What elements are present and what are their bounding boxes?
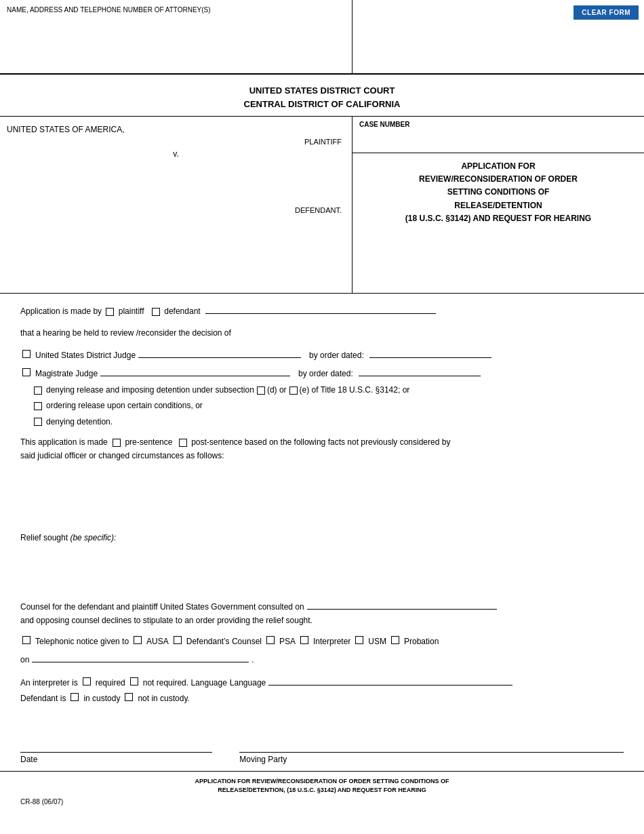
notice-section: Telephonic notice given to AUSA Defendan… [20, 635, 624, 668]
e-checkbox[interactable] [289, 386, 298, 395]
date-line [20, 732, 212, 753]
relief-section: Relief sought (be specific): [20, 531, 624, 544]
court-title-section: UNITED STATES DISTRICT COURT CENTRAL DIS… [0, 75, 644, 117]
app-title-line5: (18 U.S.C. §3142) AND REQUEST FOR HEARIN… [359, 212, 637, 225]
moving-party-label: Moving Party [239, 755, 624, 764]
app-title-line2: REVIEW/RECONSIDERATION OF ORDER [359, 173, 637, 186]
application-made-by-text: Application is made by [20, 306, 102, 316]
footer-line2: RELEASE/DETENTION, (18 U.S.C. §3142) AND… [20, 786, 624, 795]
probation-checkbox[interactable] [391, 636, 399, 644]
application-made-section: This application is made pre-sentence po… [20, 435, 624, 463]
counsel-consulted-field[interactable] [307, 599, 497, 610]
post-sentence-checkbox[interactable] [179, 439, 187, 447]
plaintiff-checkbox[interactable] [106, 308, 114, 316]
district-judge-order-date[interactable] [369, 347, 491, 358]
defendant-name-field[interactable] [205, 303, 436, 314]
magistrate-judge-order-date[interactable] [359, 365, 481, 376]
counsel-section: Counsel for the defendant and plaintiff … [20, 599, 624, 628]
magistrate-judge-row: Magistrate Judge by order dated: [20, 365, 624, 378]
footer-content: APPLICATION FOR REVIEW/RECONSIDERATION O… [0, 771, 644, 797]
app-title-box: APPLICATION FOR REVIEW/RECONSIDERATION O… [353, 153, 644, 232]
application-made-by-section: Application is made by plaintiff defenda… [20, 303, 624, 319]
magistrate-judge-checkbox[interactable] [22, 368, 31, 376]
district-judge-label: United States District Judge [35, 351, 136, 360]
relief-be-specific: (be specific): [70, 533, 116, 542]
ordering-release-checkbox[interactable] [34, 402, 42, 410]
psa-checkbox[interactable] [266, 636, 275, 644]
required-checkbox[interactable] [83, 677, 91, 686]
magistrate-judge-label: Magistrate Judge [35, 369, 98, 378]
psa-label: PSA [279, 635, 296, 650]
denying-release-text: denying release and imposing detention u… [46, 384, 254, 397]
form-number: CR-88 (06/07) [0, 797, 644, 807]
opposing-counsel-text: and opposing counsel declines to stipula… [20, 614, 624, 627]
in-custody-label: in custody [83, 692, 120, 707]
denying-detention-item: denying detention. [20, 416, 624, 429]
moving-party-line [239, 732, 624, 753]
magistrate-judge-field[interactable] [100, 365, 290, 376]
case-number-text: CASE NUMBER [359, 121, 409, 128]
interpreter-notice-checkbox[interactable] [300, 636, 308, 644]
required-label: required [96, 676, 125, 691]
plaintiff-name: UNITED STATES OF AMERICA, [7, 125, 345, 134]
d-checkbox[interactable] [257, 386, 265, 395]
period-label: . [251, 653, 254, 668]
telephonic-notice-checkbox[interactable] [22, 636, 31, 644]
defendant-label: DEFENDANT. [7, 206, 345, 214]
district-judge-checkbox[interactable] [22, 350, 31, 358]
case-info-right: CASE NUMBER APPLICATION FOR REVIEW/RECON… [353, 117, 644, 293]
defendant-checkbox-label: defendant [164, 306, 200, 316]
attorney-info-box: NAME, ADDRESS AND TELEPHONE NUMBER OF AT… [0, 0, 353, 73]
district-judge-field[interactable] [138, 347, 301, 358]
ordering-release-item: ordering release upon certain conditions… [20, 399, 624, 412]
not-required-label: not required. Language [143, 676, 227, 691]
defendant-is-text: Defendant is [20, 692, 66, 707]
plaintiff-checkbox-label: plaintiff [119, 306, 144, 316]
court-title-line1: UNITED STATES DISTRICT COURT [7, 84, 637, 98]
interpreter-is-text: An interpreter is [20, 676, 78, 691]
interpreter-section: An interpreter is required not required.… [20, 675, 624, 707]
v-label: v. [7, 149, 345, 159]
interpreter-label: Interpreter [313, 635, 350, 650]
denying-release-item: denying release and imposing detention u… [20, 384, 624, 397]
hearing-held-line: that a hearing be held to review /recons… [20, 326, 624, 341]
app-title-line4: RELEASE/DETENTION [359, 199, 637, 212]
moving-party-block: Moving Party [239, 732, 624, 764]
defendants-counsel-checkbox[interactable] [174, 636, 182, 644]
date-label: Date [20, 755, 212, 764]
in-custody-checkbox[interactable] [71, 693, 79, 701]
e-label: (e) of Title 18 U.S.C. §3142; or [300, 384, 410, 397]
telephonic-notice-label: Telephonic notice given to [35, 635, 129, 650]
not-in-custody-checkbox[interactable] [125, 693, 133, 701]
relief-sought-text: Relief sought [20, 533, 68, 542]
attorney-label: NAME, ADDRESS AND TELEPHONE NUMBER OF AT… [7, 6, 211, 14]
judicial-officer-text: said judicial officer or changed circums… [20, 451, 224, 460]
denying-detention-text: denying detention. [46, 416, 113, 429]
notice-on-field[interactable] [32, 652, 249, 662]
counsel-text: Counsel for the defendant and plaintiff … [20, 600, 304, 614]
pre-sentence-checkbox[interactable] [113, 439, 121, 447]
ordering-release-text: ordering release upon certain conditions… [46, 399, 203, 412]
main-content: Application is made by plaintiff defenda… [0, 294, 644, 726]
not-required-checkbox[interactable] [130, 677, 138, 686]
case-info-left: UNITED STATES OF AMERICA, PLAINTIFF v. D… [0, 117, 353, 293]
language-field[interactable] [268, 675, 512, 686]
denying-release-checkbox[interactable] [34, 386, 42, 395]
clear-form-button[interactable]: CLEAR FORM [573, 5, 639, 20]
on-label: on [20, 653, 29, 668]
ausa-checkbox[interactable] [134, 636, 142, 644]
application-made-text: This application is made [20, 437, 108, 447]
facts-text-area [20, 470, 624, 524]
ausa-label: AUSA [146, 635, 169, 650]
denying-detention-checkbox[interactable] [34, 418, 42, 426]
usm-checkbox[interactable] [355, 636, 363, 644]
app-title-line3: SETTING CONDITIONS OF [359, 186, 637, 199]
hearing-held-text: that a hearing be held to review /recons… [20, 328, 231, 338]
app-title-line1: APPLICATION FOR [359, 160, 637, 173]
case-number-label: CASE NUMBER [353, 117, 644, 153]
usm-label: USM [368, 635, 386, 650]
post-sentence-label: post-sentence based on the following fac… [191, 437, 450, 447]
plaintiff-label: PLAINTIFF [7, 138, 345, 146]
defendant-checkbox[interactable] [152, 308, 160, 316]
footer-line1: APPLICATION FOR REVIEW/RECONSIDERATION O… [20, 777, 624, 786]
